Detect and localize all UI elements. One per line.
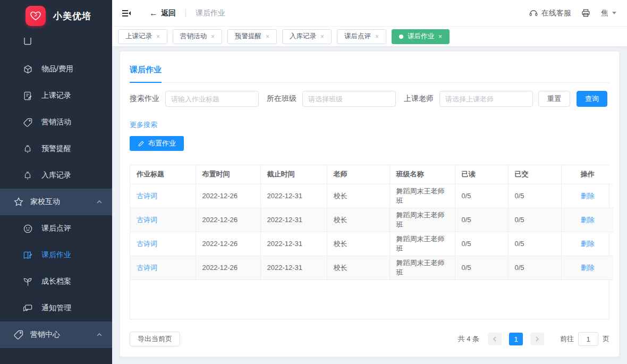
back-button[interactable]: ← 返回	[149, 9, 176, 18]
chevron-right-icon	[535, 336, 540, 342]
collapse-sidebar-icon[interactable]	[121, 8, 132, 19]
tab-warning-reminder[interactable]: 预警提醒 ×	[227, 29, 277, 44]
card-tab-header: 课后作业	[130, 52, 609, 83]
close-icon[interactable]: ×	[438, 33, 442, 40]
read-cell: 0/5	[455, 208, 508, 232]
table-row: 古诗词 2022-12-26 2022-12-31 校长 舞蹈周末王老师班 0/…	[130, 184, 614, 208]
homework-title-link[interactable]: 古诗词	[130, 208, 196, 232]
homework-title-link[interactable]: 古诗词	[130, 184, 196, 208]
page-number-active[interactable]: 1	[509, 333, 523, 345]
tab-marketing-activity[interactable]: 营销活动 ×	[173, 29, 222, 44]
sidebar-item-label: 预警提醒	[41, 144, 71, 154]
topbar-divider	[185, 9, 186, 17]
topbar: ← 返回 课后作业 在线客服 焦	[112, 0, 627, 27]
teacher-cell: 校长	[327, 208, 389, 232]
read-cell: 0/5	[455, 184, 508, 208]
delete-link[interactable]: 删除	[581, 264, 595, 272]
close-icon[interactable]: ×	[375, 33, 379, 40]
topbar-right: 在线客服 焦	[529, 8, 616, 19]
sidebar-item-items-fees[interactable]: 物品/费用	[0, 56, 112, 82]
tag-tabbar: 上课记录 × 营销活动 × 预警提醒 × 入库记录 × 课后点评 × 课后作业	[112, 27, 627, 47]
sidebar-item-homework[interactable]: 课后作业	[0, 242, 112, 268]
sidebar-item-clipped[interactable]	[0, 29, 112, 56]
close-icon[interactable]: ×	[156, 33, 160, 40]
class-select-input[interactable]	[302, 91, 396, 107]
assign-date-cell: 2022-12-26	[196, 184, 260, 208]
sidebar-section-marketing-center[interactable]: 营销中心	[0, 321, 112, 348]
sidebar-item-class-records[interactable]: 上课记录	[0, 82, 112, 109]
next-page-button[interactable]	[530, 333, 544, 345]
submitted-cell: 0/5	[508, 184, 561, 208]
homework-table: 作业标题 布置时间 截止时间 老师 班级名称 已读 已交 操作	[130, 165, 609, 319]
clipped-icon	[22, 37, 33, 48]
teacher-cell: 校长	[327, 184, 389, 208]
search-form: 搜索作业 所在班级 上课老师 重置 查询	[130, 91, 609, 107]
sidebar-item-growth-archive[interactable]: 成长档案	[0, 268, 112, 295]
sidebar-item-label: 上课记录	[41, 91, 71, 100]
sidebar-item-after-class-review[interactable]: 课后点评	[0, 215, 112, 242]
chevron-up-icon	[96, 199, 103, 205]
close-icon[interactable]: ×	[266, 33, 269, 40]
table-row: 古诗词 2022-12-26 2022-12-31 校长 舞蹈周末王老师班 0/…	[130, 256, 614, 280]
sidebar-section-home-school[interactable]: 家校互动	[0, 189, 112, 215]
table-footer: 导出当前页 共 4 条 1 前往 页	[130, 332, 609, 346]
sidebar-item-warning-reminder[interactable]: 预警提醒	[0, 136, 112, 162]
tab-stock-records[interactable]: 入库记录 ×	[282, 29, 332, 44]
tab-label: 课后点评	[344, 32, 371, 41]
assign-row: 布置作业	[130, 136, 609, 151]
page-title-tab[interactable]: 课后作业	[130, 65, 162, 83]
teacher-cell: 校长	[327, 232, 389, 256]
export-page-button[interactable]: 导出当前页	[130, 332, 180, 346]
content-area: 课后作业 搜索作业 所在班级 上课老师 重置 查询 更多搜索	[112, 47, 627, 364]
sidebar-section-label: 营销中心	[30, 330, 60, 340]
online-service-button[interactable]: 在线客服	[529, 9, 571, 18]
star-icon	[13, 197, 24, 207]
deadline-cell: 2022-12-31	[260, 256, 327, 280]
assign-homework-button[interactable]: 布置作业	[130, 136, 184, 151]
close-icon[interactable]: ×	[320, 33, 324, 40]
book-edit-icon	[22, 250, 33, 260]
goto-label: 前往	[560, 334, 574, 344]
col-header-read: 已读	[455, 165, 508, 184]
col-header-deadline: 截止时间	[260, 165, 327, 184]
print-button[interactable]	[581, 8, 591, 19]
user-menu[interactable]: 焦	[601, 9, 616, 18]
goto-page-input[interactable]	[578, 332, 598, 346]
document-edit-icon	[22, 90, 33, 101]
tab-homework-active[interactable]: 课后作业 ×	[392, 29, 450, 44]
assign-date-cell: 2022-12-26	[196, 232, 260, 256]
sidebar-item-label: 入库记录	[41, 171, 71, 180]
main-area: ← 返回 课后作业 在线客服 焦 上课	[112, 0, 627, 364]
sidebar-item-label: 通知管理	[41, 303, 71, 313]
sidebar-item-marketing-activity[interactable]: 营销活动	[0, 109, 112, 136]
homework-title-input[interactable]	[165, 91, 259, 107]
sidebar-item-label: 营销活动	[41, 117, 71, 127]
teacher-cell: 校长	[327, 256, 389, 280]
back-label: 返回	[161, 9, 176, 18]
tab-after-class-review[interactable]: 课后点评 ×	[337, 29, 386, 44]
table-row: 古诗词 2022-12-26 2022-12-31 校长 舞蹈周末王老师班 0/…	[130, 208, 614, 232]
homework-title-link[interactable]: 古诗词	[130, 256, 196, 280]
more-search-link[interactable]: 更多搜索	[130, 120, 157, 130]
submitted-cell: 0/5	[508, 256, 561, 280]
sidebar-item-notice-management[interactable]: 通知管理	[0, 295, 112, 321]
homework-title-link[interactable]: 古诗词	[130, 232, 196, 256]
sidebar-item-stock-records[interactable]: 入库记录	[0, 162, 112, 189]
teacher-select-input[interactable]	[439, 91, 533, 107]
tab-class-records[interactable]: 上课记录 ×	[118, 29, 167, 44]
class-name-cell: 舞蹈周末王老师班	[389, 232, 455, 256]
close-icon[interactable]: ×	[211, 33, 215, 40]
delete-link[interactable]: 删除	[581, 216, 595, 224]
chat-icon	[22, 303, 33, 314]
reset-button[interactable]: 重置	[538, 91, 570, 107]
query-button[interactable]: 查询	[577, 91, 607, 107]
caret-down-icon	[612, 12, 616, 14]
tab-label: 课后作业	[408, 32, 434, 41]
teacher-label: 上课老师	[404, 94, 434, 104]
col-header-title: 作业标题	[130, 165, 196, 184]
delete-link[interactable]: 删除	[581, 192, 595, 200]
submitted-cell: 0/5	[508, 208, 561, 232]
delete-link[interactable]: 删除	[581, 240, 595, 248]
prev-page-button[interactable]	[488, 333, 502, 345]
page-unit-label: 页	[603, 334, 609, 344]
